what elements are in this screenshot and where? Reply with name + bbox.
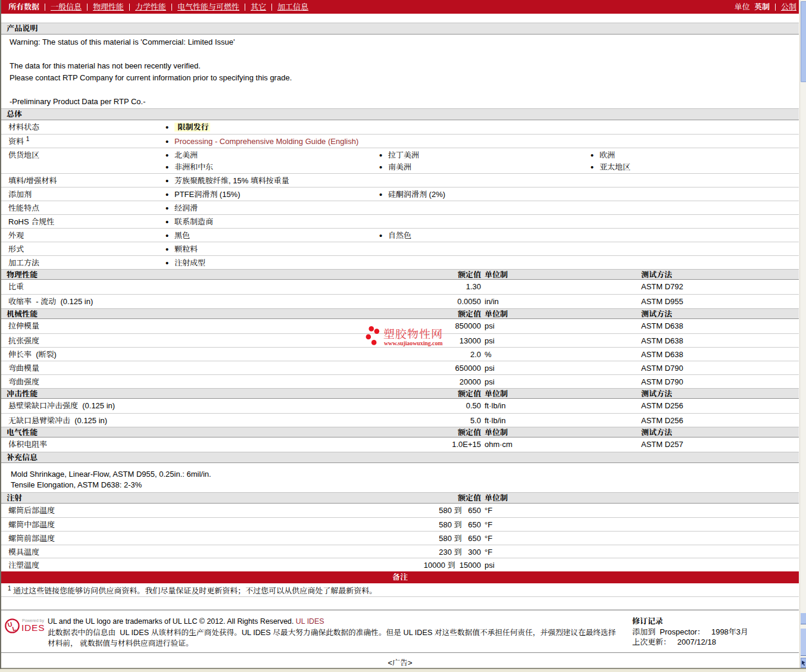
svg-text:L: L xyxy=(11,624,17,632)
svg-text:IDES: IDES xyxy=(21,623,45,633)
